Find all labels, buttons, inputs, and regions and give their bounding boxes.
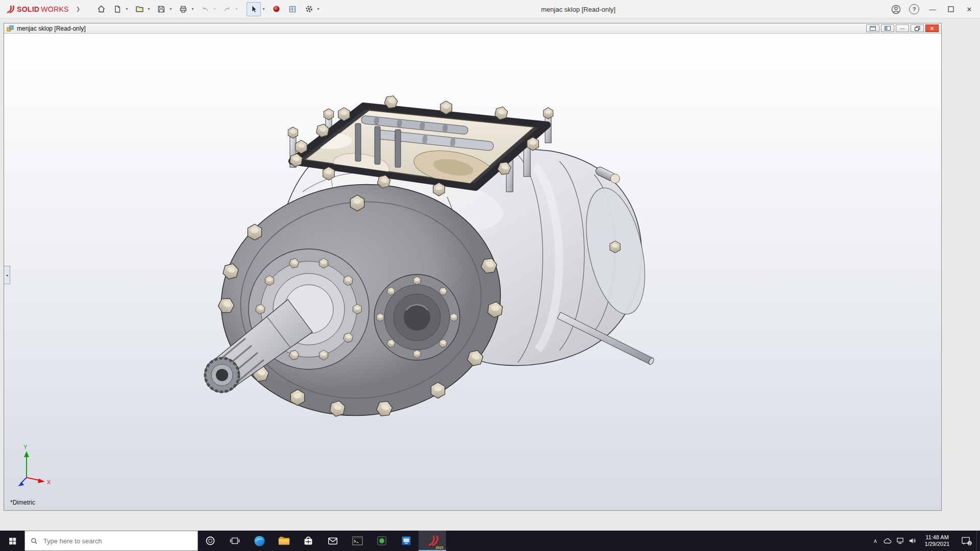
select-tool-button[interactable] <box>247 2 261 16</box>
print-button[interactable] <box>177 3 190 16</box>
print-icon <box>179 5 187 13</box>
taskbar-clock[interactable]: 11:48 AM 1/29/2021 <box>918 531 956 551</box>
taskbar-app-mail[interactable] <box>321 531 345 551</box>
open-folder-icon <box>135 5 144 13</box>
breadcrumb-chevron-icon[interactable]: ❯ <box>76 6 80 12</box>
hidden-icons-chevron[interactable]: ∧ <box>869 531 881 551</box>
user-account-icon <box>891 5 901 14</box>
open-dropdown[interactable]: ▾ <box>146 7 152 11</box>
taskbar-app-edge[interactable] <box>247 531 272 551</box>
options-gear-icon <box>305 5 313 13</box>
taskbar-app-file-explorer[interactable] <box>272 531 296 551</box>
app-titlebar: SOLIDWORKS ❯ ▾ ▾ <box>0 0 980 18</box>
save-button[interactable] <box>155 3 168 16</box>
options-dropdown[interactable]: ▾ <box>315 7 321 11</box>
new-document-dropdown[interactable]: ▾ <box>124 7 130 11</box>
toolbar-group-print: ▾ <box>177 3 195 16</box>
green-app-icon <box>376 535 388 547</box>
network-icon[interactable] <box>894 531 906 551</box>
clock-date: 1/29/2021 <box>925 541 950 547</box>
volume-icon[interactable] <box>906 531 918 551</box>
toolbar-group-appearance <box>270 3 283 16</box>
app-close-button[interactable]: ✕ <box>962 2 977 16</box>
system-tray: ∧ 11:48 AM 1/29 <box>869 531 980 551</box>
help-button[interactable]: ? <box>906 2 922 16</box>
new-document-icon <box>113 5 121 13</box>
restore-icon <box>915 26 920 31</box>
desktop-screen: SOLIDWORKS ❯ ▾ ▾ <box>0 0 980 551</box>
save-icon <box>157 5 165 13</box>
brand-solid: SOLID <box>17 5 39 13</box>
toolbar-group-options: ▾ <box>302 3 321 16</box>
action-center-button[interactable]: 2 <box>956 531 976 551</box>
featuremanager-collapsed-tab[interactable]: ◂ <box>4 266 10 284</box>
app-minimize-button[interactable]: — <box>925 2 940 16</box>
graphics-viewport[interactable]: Y X *Dimetric ◂ <box>4 34 941 510</box>
view-orientation-label: *Dimetric <box>10 499 35 506</box>
design-table-icon <box>288 5 297 13</box>
new-document-button[interactable] <box>111 3 124 16</box>
document-window-controls: — ✕ <box>865 24 939 32</box>
document-restore-button[interactable] <box>911 24 924 32</box>
taskbar-app-terminal[interactable] <box>345 531 370 551</box>
document-minimize-button[interactable]: — <box>896 24 909 32</box>
document-title: menjac sklop [Read-only] <box>17 25 86 32</box>
document-close-button[interactable]: ✕ <box>925 24 939 32</box>
brand-works: WORKS <box>41 5 68 13</box>
app-maximize-button[interactable] <box>943 2 959 16</box>
toolbar-group-redo: ▾ <box>220 3 239 16</box>
design-table-button[interactable] <box>286 3 299 16</box>
search-icon <box>31 537 38 545</box>
taskbar-search[interactable] <box>24 531 198 551</box>
file-explorer-icon <box>278 535 290 546</box>
account-button[interactable] <box>888 2 903 16</box>
open-button[interactable] <box>133 3 146 16</box>
options-button[interactable] <box>302 3 315 16</box>
windows-taskbar: 2021 ∧ <box>0 531 980 551</box>
mail-icon <box>327 535 339 546</box>
clock-time: 11:48 AM <box>925 534 949 541</box>
app-window-title: menjac sklop [Read-only] <box>541 0 616 18</box>
undo-button[interactable] <box>199 3 212 16</box>
action-center-icon: 2 <box>961 536 972 546</box>
undo-dropdown[interactable]: ▾ <box>212 7 217 11</box>
solidworks-year-badge: 2021 <box>435 546 444 549</box>
split-horizontal-icon <box>870 26 876 31</box>
edge-icon <box>253 535 266 547</box>
pane-split-horizontal-button[interactable] <box>866 24 879 32</box>
pane-split-vertical-button[interactable] <box>881 24 894 32</box>
search-input[interactable] <box>42 537 192 545</box>
media-app-icon <box>400 535 412 547</box>
start-button[interactable] <box>0 531 24 551</box>
redo-icon <box>223 5 231 13</box>
home-button[interactable] <box>94 3 108 16</box>
appearance-sphere-button[interactable] <box>270 3 283 16</box>
toolbar-group-save: ▾ <box>155 3 174 16</box>
taskbar-app-notes[interactable] <box>370 531 394 551</box>
toolbar-group-select: ▾ <box>247 2 266 16</box>
solidworks-logo: SOLIDWORKS <box>5 5 69 14</box>
taskbar-app-store[interactable] <box>296 531 321 551</box>
cortana-button[interactable] <box>198 531 223 551</box>
orientation-triad: Y X <box>11 444 58 493</box>
output-boss[interactable] <box>374 274 460 360</box>
taskbar-app-solidworks[interactable]: 2021 <box>419 531 446 551</box>
save-dropdown[interactable]: ▾ <box>168 7 174 11</box>
task-view-icon <box>229 536 240 546</box>
assembly-document-icon <box>7 25 14 32</box>
task-view-button[interactable] <box>223 531 247 551</box>
home-icon <box>97 5 106 13</box>
redo-button[interactable] <box>220 3 234 16</box>
drum-bolt[interactable] <box>610 241 620 253</box>
print-dropdown[interactable]: ▾ <box>190 7 195 11</box>
triad-y-label: Y <box>23 444 28 450</box>
show-desktop-button[interactable] <box>976 531 980 551</box>
onedrive-icon[interactable] <box>881 531 894 551</box>
taskbar-app-media[interactable] <box>394 531 419 551</box>
document-titlebar[interactable]: menjac sklop [Read-only] — <box>4 23 941 34</box>
redo-dropdown[interactable]: ▾ <box>234 7 239 11</box>
select-dropdown[interactable]: ▾ <box>261 7 266 11</box>
toolbar-group-undo: ▾ <box>199 3 217 16</box>
windows-logo-icon <box>8 537 17 545</box>
gearbox-assembly-model[interactable] <box>4 34 941 510</box>
